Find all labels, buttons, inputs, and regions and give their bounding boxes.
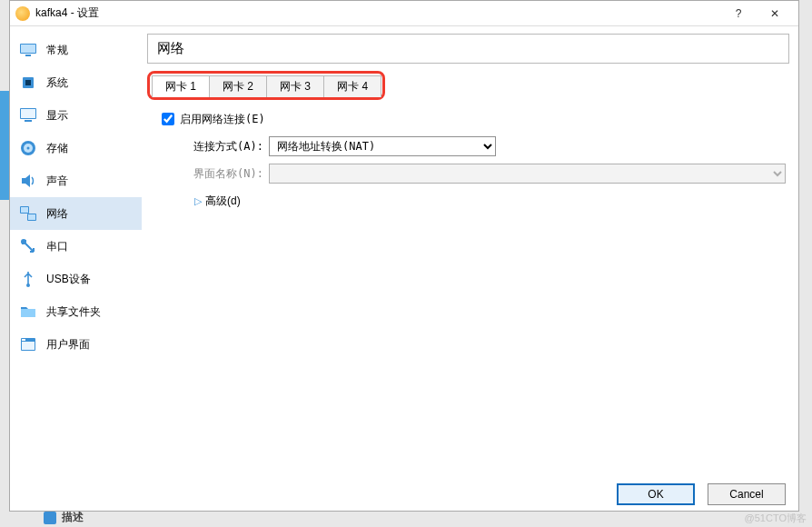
sidebar-item-display[interactable]: 显示	[10, 99, 142, 132]
iface-label: 界面名称(N):	[178, 166, 269, 182]
svg-rect-20	[22, 339, 25, 341]
monitor-icon	[19, 41, 37, 59]
sidebar-item-storage[interactable]: 存储	[10, 132, 142, 164]
sidebar-item-usb[interactable]: USB设备	[10, 263, 142, 295]
svg-rect-4	[25, 80, 31, 85]
svg-rect-13	[21, 207, 28, 213]
description-icon	[44, 512, 56, 524]
chip-icon	[19, 74, 37, 92]
sidebar-item-label: 用户界面	[46, 337, 90, 353]
sidebar-item-general[interactable]: 常规	[10, 34, 142, 66]
advanced-row: ▷ 高级(d)	[162, 189, 786, 213]
app-icon	[15, 6, 30, 21]
close-button[interactable]: ✕	[757, 1, 793, 25]
tabs-highlight: 网卡 1 网卡 2 网卡 3 网卡 4	[147, 71, 385, 100]
sidebar-item-label: 显示	[46, 108, 68, 124]
content-panel: 网络 网卡 1 网卡 2 网卡 3 网卡 4 启用网络连接(E) 连接方式(A)…	[142, 26, 798, 478]
sidebar-item-label: 声音	[46, 174, 68, 189]
tab-label: 网卡 1	[165, 80, 196, 93]
sidebar-item-label: 常规	[46, 43, 68, 58]
window-title: kafka4 - 设置	[35, 5, 720, 21]
sidebar: 常规 系统 显示 存储 声音 网络	[10, 26, 142, 478]
enable-network-checkbox[interactable]	[162, 113, 174, 125]
svg-rect-2	[25, 55, 31, 56]
under-description: 描述	[44, 510, 84, 525]
settings-dialog: kafka4 - 设置 ? ✕ 常规 系统 显示 存储	[9, 0, 799, 512]
advanced-label: 高级(d)	[205, 194, 241, 209]
triangle-right-icon: ▷	[194, 195, 202, 207]
svg-rect-19	[22, 342, 35, 350]
panel-title: 网络	[157, 40, 779, 57]
ok-button[interactable]: OK	[617, 483, 695, 505]
tab-label: 网卡 4	[337, 80, 368, 93]
dialog-footer: OK Cancel	[10, 478, 798, 511]
tab-adapter-3[interactable]: 网卡 3	[266, 75, 324, 97]
help-button[interactable]: ?	[720, 1, 757, 25]
serial-icon	[19, 237, 37, 255]
sidebar-item-label: 系统	[46, 75, 68, 91]
background-accent	[0, 91, 9, 200]
disk-icon	[19, 139, 37, 157]
attach-row: 连接方式(A): 网络地址转换(NAT)	[162, 134, 786, 158]
cancel-label: Cancel	[729, 488, 763, 501]
titlebar: kafka4 - 设置 ? ✕	[10, 1, 798, 26]
svg-point-10	[27, 147, 30, 150]
attach-label: 连接方式(A):	[178, 139, 269, 154]
tab-adapter-1[interactable]: 网卡 1	[152, 75, 210, 97]
iface-combo	[269, 164, 786, 184]
sidebar-item-audio[interactable]: 声音	[10, 164, 142, 197]
speaker-icon	[19, 172, 37, 190]
sidebar-item-label: 网络	[46, 206, 68, 222]
sidebar-item-serial[interactable]: 串口	[10, 230, 142, 263]
cancel-button[interactable]: Cancel	[708, 483, 786, 505]
svg-rect-17	[21, 309, 35, 317]
sidebar-item-label: 串口	[46, 239, 68, 254]
sidebar-item-system[interactable]: 系统	[10, 66, 142, 99]
attach-combo[interactable]: 网络地址转换(NAT)	[269, 136, 496, 156]
sidebar-item-ui[interactable]: 用户界面	[10, 328, 142, 361]
svg-rect-1	[21, 45, 35, 53]
folder-icon	[19, 303, 37, 321]
enable-row: 启用网络连接(E)	[162, 107, 786, 131]
iface-row: 界面名称(N):	[162, 162, 786, 185]
svg-rect-14	[28, 214, 35, 220]
tab-adapter-2[interactable]: 网卡 2	[209, 75, 267, 97]
tab-adapter-4[interactable]: 网卡 4	[323, 75, 381, 97]
description-label: 描述	[62, 510, 84, 525]
help-icon: ?	[736, 7, 742, 20]
svg-rect-15	[21, 239, 26, 244]
svg-point-16	[26, 283, 30, 287]
svg-rect-6	[21, 109, 35, 118]
tab-label: 网卡 2	[223, 80, 253, 93]
close-icon: ✕	[770, 7, 779, 20]
tabs: 网卡 1 网卡 2 网卡 3 网卡 4	[152, 75, 381, 97]
sidebar-item-label: 存储	[46, 141, 68, 156]
panel-title-box: 网络	[147, 34, 789, 64]
sidebar-item-label: USB设备	[46, 272, 91, 287]
enable-network-label: 启用网络连接(E)	[180, 112, 265, 127]
adapter-form: 启用网络连接(E) 连接方式(A): 网络地址转换(NAT) 界面名称(N):	[147, 100, 789, 220]
watermark: @51CTO博客	[745, 512, 807, 525]
usb-icon	[19, 270, 37, 288]
network-icon	[19, 204, 37, 223]
display-icon	[19, 106, 37, 124]
sidebar-item-network[interactable]: 网络	[10, 197, 142, 230]
sidebar-item-label: 共享文件夹	[46, 304, 101, 320]
ok-label: OK	[648, 488, 663, 501]
sidebar-item-shared-folders[interactable]: 共享文件夹	[10, 295, 142, 328]
advanced-toggle[interactable]: ▷ 高级(d)	[194, 194, 241, 209]
svg-rect-7	[25, 120, 32, 122]
tab-label: 网卡 3	[280, 80, 311, 93]
ui-icon	[19, 335, 37, 353]
